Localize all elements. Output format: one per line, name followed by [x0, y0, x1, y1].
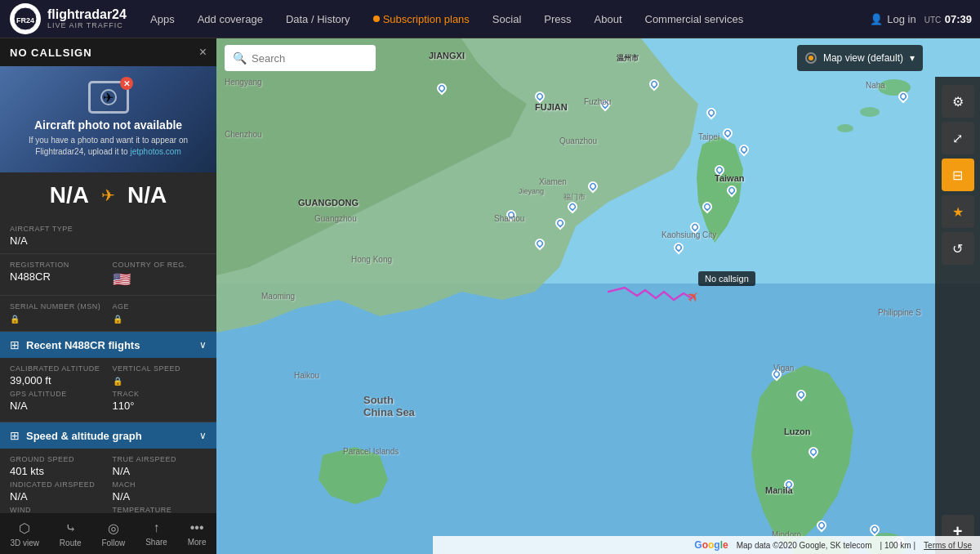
location-pin: [533, 237, 547, 251]
location-pin: [868, 523, 882, 537]
recent-flights-label: Recent N488CR flights: [26, 339, 193, 351]
close-button[interactable]: ×: [199, 45, 207, 60]
destination-code: N/A: [127, 182, 167, 208]
map-label-fujianmen: 福门市: [564, 192, 586, 203]
vspeed-lock-icon: 🔒: [113, 377, 122, 386]
follow-button[interactable]: ◎ Follow: [97, 516, 129, 552]
login-button[interactable]: 👤 Log in: [870, 13, 915, 25]
refresh-button[interactable]: ↺: [942, 232, 974, 265]
map-label-haikou: Haikou: [294, 371, 319, 380]
photo-unavailable-icon: ✕: [120, 77, 133, 90]
share-button[interactable]: ↑ Share: [141, 516, 172, 551]
right-panel: ⚙ ⤢ ⊟ ★ ↺ + −: [935, 77, 980, 554]
aircraft-marker[interactable]: ✈: [683, 286, 704, 307]
logo-tagline: LIVE AIR TRAFFIC: [47, 21, 127, 29]
location-pin: [554, 217, 568, 230]
location-pin: [705, 106, 719, 120]
filter-button[interactable]: ⊟: [942, 159, 974, 191]
registration-label: REGISTRATION: [10, 261, 105, 269]
nav-data-history[interactable]: Data / History: [274, 0, 362, 38]
gspeed-label: GROUND SPEED: [10, 455, 105, 463]
mach-value: N/A: [113, 490, 207, 503]
registration-value: N488CR: [10, 270, 105, 283]
photo-subtitle: If you have a photo and want it to appea…: [0, 135, 216, 158]
svg-rect-3: [216, 284, 980, 554]
svg-point-7: [860, 107, 880, 117]
aircraft-type-value: N/A: [10, 235, 207, 247]
route-button[interactable]: ⤷ Route: [56, 516, 86, 552]
search-bar: 🔍: [225, 45, 376, 71]
map-view-chevron-icon: ▾: [910, 52, 915, 64]
map-label-taiwan: Taiwan: [715, 173, 744, 183]
map-scale: | 100 km |: [880, 541, 916, 550]
favorites-button[interactable]: ★: [942, 195, 974, 228]
nav-press[interactable]: Press: [532, 0, 582, 38]
location-pin: [725, 184, 739, 198]
location-pin: [435, 82, 449, 96]
logo-text: flightradar24 LIVE AIR TRAFFIC: [47, 8, 127, 29]
sidebar: NO CALLSIGN × ✕ ✈ Aircraft photo not ava…: [0, 38, 216, 554]
settings-button[interactable]: ⚙: [942, 85, 974, 118]
map-view-selector[interactable]: Map view (default) ▾: [797, 45, 923, 71]
sidebar-header: NO CALLSIGN ×: [0, 38, 216, 66]
subscription-dot: [373, 16, 380, 22]
refresh-icon: ↺: [952, 241, 963, 257]
3d-view-icon: ⬡: [19, 520, 30, 536]
location-pin: [807, 445, 821, 459]
map-label-taipei: Taipei: [698, 132, 719, 141]
nav-social[interactable]: Social: [481, 0, 532, 38]
jetphotos-link[interactable]: jetphotos.com: [130, 147, 180, 156]
share-icon: ↑: [154, 520, 160, 535]
map-label-manila: Manila: [765, 485, 793, 495]
search-input[interactable]: [252, 52, 389, 65]
search-icon: 🔍: [233, 51, 247, 65]
more-button[interactable]: ••• More: [184, 516, 211, 551]
sidebar-title: NO CALLSIGN: [10, 47, 92, 59]
map-label-jieyang: Jieyang: [519, 187, 544, 195]
3d-view-button[interactable]: ⬡ 3D view: [6, 516, 43, 552]
aircraft-type-section: AIRCRAFT TYPE N/A: [0, 218, 216, 254]
nav-about[interactable]: About: [583, 0, 634, 38]
terms-of-use[interactable]: Terms of Use: [924, 541, 972, 550]
location-pin: [795, 388, 808, 402]
location-pin: [648, 78, 662, 92]
location-pin: [737, 143, 751, 157]
utc-label: UTC: [924, 16, 942, 25]
nav-subscription[interactable]: Subscription plans: [362, 0, 481, 38]
ias-label: INDICATED AIRSPEED: [10, 480, 105, 489]
aircraft-photo: ✕ ✈ Aircraft photo not available If you …: [0, 66, 216, 172]
star-icon: ★: [952, 204, 964, 220]
speed-graph-section[interactable]: ⊞ Speed & altitude graph ∨: [0, 422, 216, 449]
logo-brand: flightradar24: [47, 8, 127, 21]
country-label: COUNTRY OF REG.: [113, 261, 207, 269]
nav-add-coverage[interactable]: Add coverage: [186, 0, 274, 38]
map-label-quanzhou: Quanzhou: [559, 136, 597, 145]
callsign-bubble: No callsign: [698, 271, 755, 286]
svg-rect-2: [216, 38, 980, 554]
location-pin: [586, 180, 600, 194]
nav-commercial[interactable]: Commercial services: [634, 0, 755, 38]
track-value: 110°: [113, 400, 207, 412]
gspeed-value: 401 kts: [10, 465, 105, 477]
fullscreen-icon: ⤢: [952, 131, 963, 146]
map[interactable]: ✈ No callsign JIANGXI Hengyang Chenzhou …: [216, 38, 980, 554]
map-data-text: Map data ©2020 Google, SK telecom: [737, 541, 872, 550]
header-right: 👤 Log in UTC 07:39: [870, 11, 980, 26]
map-footer: Google Map data ©2020 Google, SK telecom…: [433, 536, 980, 554]
svg-point-8: [837, 124, 853, 132]
serial-label: SERIAL NUMBER (MSN): [10, 302, 105, 311]
utc-time: 07:39: [945, 13, 972, 25]
map-label-guangdong: GUANGDONG: [298, 198, 359, 208]
user-icon: 👤: [870, 13, 883, 25]
altitude-section: CALIBRATED ALTITUDE 39,000 ft VERTICAL S…: [0, 358, 216, 422]
age-value: 🔒: [113, 312, 207, 324]
country-flag: 🇺🇸: [113, 270, 207, 288]
map-label-naha: Naha: [866, 81, 885, 90]
registration-section: REGISTRATION N488CR COUNTRY OF REG. 🇺🇸: [0, 254, 216, 296]
logo: FR24 flightradar24 LIVE AIR TRAFFIC: [0, 3, 139, 34]
route-arrow-icon: ✈: [101, 185, 115, 205]
fullscreen-button[interactable]: ⤢: [942, 122, 974, 154]
main-nav: Apps Add coverage Data / History Subscri…: [139, 0, 870, 38]
nav-apps[interactable]: Apps: [139, 0, 186, 38]
recent-flights-section[interactable]: ⊞ Recent N488CR flights ∨: [0, 332, 216, 358]
